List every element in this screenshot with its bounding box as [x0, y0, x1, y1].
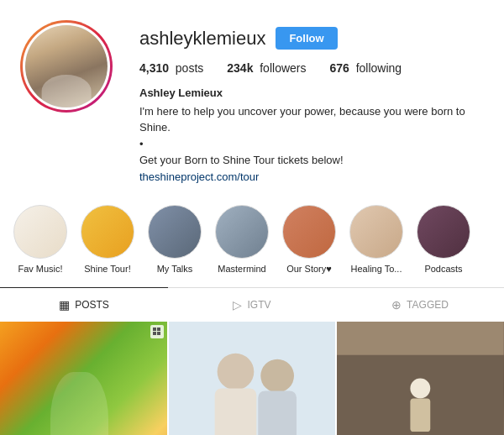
posts-label: posts	[176, 61, 203, 75]
posts-icon: ▦	[59, 298, 70, 312]
svg-point-7	[260, 359, 294, 393]
profile-info: ashleyklemieux Follow 4,310 posts 234k f…	[139, 20, 484, 185]
highlight-item-healing-to[interactable]: Healing To...	[349, 205, 403, 274]
posts-stat: 4,310 posts	[139, 61, 203, 75]
following-stat[interactable]: 676 following	[329, 61, 402, 75]
photo-1	[0, 322, 167, 435]
svg-rect-11	[337, 322, 504, 355]
tab-posts-label: POSTS	[75, 299, 109, 311]
username-row: ashleyklemieux Follow	[139, 27, 484, 50]
photo-3	[337, 322, 504, 435]
photo-cell-3[interactable]	[337, 322, 504, 435]
tab-posts[interactable]: ▦ POSTS	[0, 287, 168, 322]
profile-photo	[25, 25, 108, 107]
highlight-circle-shine-tour	[81, 205, 134, 259]
highlight-label-podcasts: Podcasts	[424, 264, 462, 274]
follow-button[interactable]: Follow	[276, 27, 337, 50]
bio-dot: •	[139, 136, 484, 153]
svg-rect-0	[153, 328, 156, 331]
highlight-item-fav-music[interactable]: Fav Music!	[13, 205, 67, 274]
svg-rect-6	[214, 388, 256, 435]
svg-rect-8	[258, 390, 297, 435]
svg-rect-13	[411, 398, 431, 432]
bio-link[interactable]: theshineproject.com/tour	[139, 169, 484, 186]
highlight-item-mastermind[interactable]: Mastermind	[215, 205, 269, 274]
multi-photo-badge-1	[150, 325, 164, 338]
highlight-item-our-story[interactable]: Our Story♥	[282, 205, 336, 274]
highlight-label-our-story: Our Story♥	[286, 264, 332, 274]
tab-igtv[interactable]: ▷ IGTV	[168, 287, 336, 322]
highlight-label-my-talks: My Talks	[157, 264, 193, 274]
highlight-item-shine-tour[interactable]: Shine Tour!	[81, 205, 134, 274]
username: ashleyklemieux	[139, 28, 265, 50]
photo-2-svg	[169, 322, 336, 435]
tab-tagged[interactable]: ⊕ TAGGED	[336, 287, 504, 322]
highlight-label-mastermind: Mastermind	[218, 264, 265, 274]
highlight-circle-our-story	[282, 205, 336, 259]
photo-3-svg	[337, 322, 504, 435]
svg-rect-1	[157, 328, 160, 331]
highlight-circle-healing-to	[349, 205, 403, 259]
tab-tagged-label: TAGGED	[407, 299, 449, 311]
bio-line1: I'm here to help you uncover your power,…	[139, 103, 484, 136]
photo-grid	[0, 322, 504, 435]
highlight-circle-fav-music	[13, 205, 67, 259]
svg-point-5	[217, 354, 254, 390]
followers-stat[interactable]: 234k followers	[227, 61, 306, 75]
igtv-icon: ▷	[233, 298, 242, 312]
highlights-section: Fav Music!Shine Tour!My TalksMastermindO…	[0, 198, 504, 287]
full-name: Ashley Lemieux	[139, 85, 484, 102]
bio-cta: Get your Born to Shine Tour tickets belo…	[139, 152, 484, 169]
highlight-circle-podcasts	[417, 205, 470, 259]
followers-label: followers	[260, 61, 306, 75]
multi-icon	[153, 328, 161, 336]
highlight-circle-mastermind	[215, 205, 269, 259]
highlight-item-podcasts[interactable]: Podcasts	[417, 205, 470, 274]
highlight-label-shine-tour: Shine Tour!	[84, 264, 130, 274]
avatar-ring	[20, 20, 113, 113]
highlight-label-fav-music: Fav Music!	[18, 264, 62, 274]
stats-row: 4,310 posts 234k followers 676 following	[139, 61, 484, 75]
tabs-row: ▦ POSTS ▷ IGTV ⊕ TAGGED	[0, 287, 504, 322]
avatar	[23, 23, 110, 110]
following-count: 676	[329, 61, 349, 75]
photo-cell-2[interactable]	[169, 322, 336, 435]
svg-point-12	[411, 379, 431, 399]
following-label: following	[356, 61, 402, 75]
posts-count: 4,310	[139, 61, 169, 75]
photo-2	[169, 322, 336, 435]
profile-section: ashleyklemieux Follow 4,310 posts 234k f…	[0, 0, 504, 198]
photo-cell-1[interactable]	[0, 322, 167, 435]
highlight-label-healing-to: Healing To...	[351, 264, 402, 274]
svg-rect-2	[153, 332, 156, 335]
tagged-icon: ⊕	[391, 298, 402, 312]
highlight-circle-my-talks	[148, 205, 202, 259]
followers-count: 234k	[227, 61, 253, 75]
tab-igtv-label: IGTV	[247, 299, 270, 311]
highlight-item-my-talks[interactable]: My Talks	[148, 205, 202, 274]
bio: Ashley Lemieux I'm here to help you unco…	[139, 85, 484, 185]
svg-rect-3	[157, 332, 160, 335]
